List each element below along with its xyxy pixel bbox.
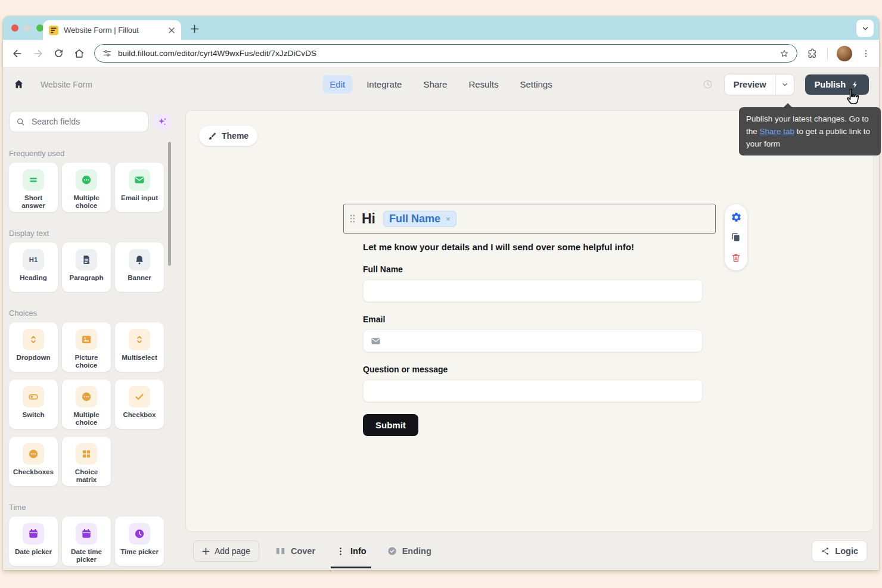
- tab-edit[interactable]: Edit: [322, 75, 352, 94]
- full-name-variable-chip[interactable]: Full Name ×: [383, 211, 456, 227]
- tab-strip-chevron-button[interactable]: [856, 20, 874, 37]
- block-settings-gear-icon[interactable]: [731, 211, 742, 223]
- tab-settings[interactable]: Settings: [513, 75, 559, 94]
- field-type-card-banner[interactable]: Banner: [115, 242, 164, 292]
- ai-sparkle-button[interactable]: [154, 113, 170, 130]
- delete-trash-icon[interactable]: [731, 253, 741, 263]
- datetime-picker-icon: [76, 523, 97, 545]
- close-window-button[interactable]: [11, 24, 18, 32]
- field-type-card-picture-choice[interactable]: Picture choice: [62, 322, 111, 372]
- field-type-card-email-input[interactable]: Email input: [115, 163, 164, 212]
- pages-bar: Add page CoverInfoEnding Logic: [185, 532, 874, 570]
- field-type-card-checkboxes[interactable]: Checkboxes: [9, 437, 58, 486]
- picture-choice-icon: [76, 329, 97, 350]
- theme-label: Theme: [222, 131, 249, 141]
- tab-share[interactable]: Share: [416, 75, 454, 94]
- dropdown-icon: [23, 329, 44, 350]
- minimize-window-button[interactable]: [24, 24, 31, 32]
- forward-icon[interactable]: [32, 48, 44, 60]
- field-type-card-multiple-choice[interactable]: Multiple choice: [62, 379, 111, 429]
- date-picker-icon: [23, 523, 44, 545]
- page-tab-info[interactable]: Info: [336, 541, 367, 561]
- extensions-icon[interactable]: [806, 48, 818, 60]
- field-type-label: Date time picker: [62, 548, 111, 564]
- field-sidebar: Frequently usedShort answerMultiple choi…: [3, 101, 172, 570]
- form-heading-block[interactable]: Hi Full Name ×: [343, 204, 716, 234]
- check-circle-icon: [387, 546, 397, 556]
- field-type-label: Checkbox: [120, 411, 159, 419]
- field-type-card-short-answer[interactable]: Short answer: [9, 163, 58, 212]
- tab-results[interactable]: Results: [461, 75, 505, 94]
- back-icon[interactable]: [11, 48, 23, 60]
- add-page-label: Add page: [215, 546, 250, 556]
- preview-button[interactable]: Preview: [724, 74, 794, 95]
- preview-label: Preview: [725, 80, 775, 89]
- page-tabs: CoverInfoEnding: [275, 541, 431, 561]
- browser-menu-icon[interactable]: [861, 49, 871, 58]
- url-bar[interactable]: build.fillout.com/editor/cyrt4W9wxFus/ed…: [94, 44, 797, 63]
- add-page-button[interactable]: Add page: [193, 540, 259, 562]
- field-type-label: Date picker: [12, 548, 55, 556]
- fillout-logo-icon: [49, 26, 58, 35]
- field-type-label: Picture choice: [62, 354, 111, 369]
- version-history-icon[interactable]: [702, 79, 713, 90]
- tab-close-icon[interactable]: [168, 27, 175, 34]
- theme-button[interactable]: Theme: [199, 126, 257, 146]
- field-type-card-checkbox[interactable]: Checkbox: [115, 379, 164, 429]
- tab-title: Website Form | Fillout: [64, 26, 163, 35]
- logic-share-icon: [821, 546, 830, 556]
- form-fields: Full NameEmailQuestion or message: [363, 265, 703, 402]
- sidebar-scrollbar[interactable]: [168, 142, 171, 266]
- duplicate-copy-icon[interactable]: [731, 232, 741, 243]
- field-type-card-time-picker[interactable]: Time picker: [115, 517, 164, 566]
- field-type-label: Time picker: [117, 548, 162, 556]
- section-cards-choices: DropdownPicture choiceMultiselectSwitchM…: [9, 322, 172, 486]
- field-type-card-paragraph[interactable]: Paragraph: [62, 242, 111, 292]
- field-type-card-multiple-choice[interactable]: Multiple choice: [62, 163, 111, 212]
- home-icon[interactable]: [73, 48, 85, 60]
- kebab-icon: [336, 546, 346, 556]
- chip-remove-icon[interactable]: ×: [446, 214, 451, 223]
- app-home-icon[interactable]: [13, 79, 24, 90]
- search-icon: [16, 117, 25, 126]
- field-type-card-multiselect[interactable]: Multiselect: [115, 322, 164, 372]
- choice-matrix-icon: [76, 443, 97, 465]
- tab-integrate[interactable]: Integrate: [359, 75, 409, 94]
- new-tab-button[interactable]: [187, 21, 202, 36]
- drag-handle-icon[interactable]: [349, 214, 356, 224]
- field-type-label: Choice matrix: [62, 468, 111, 484]
- search-input[interactable]: [30, 116, 141, 127]
- field-type-card-switch[interactable]: Switch: [9, 379, 58, 429]
- url-text[interactable]: build.fillout.com/editor/cyrt4W9wxFus/ed…: [118, 49, 773, 58]
- field-type-card-choice-matrix[interactable]: Choice matrix: [62, 437, 111, 486]
- sidebar-sections: Frequently usedShort answerMultiple choi…: [9, 149, 172, 566]
- field-input-full-name[interactable]: [363, 279, 703, 302]
- bookmark-star-icon[interactable]: [779, 48, 790, 59]
- field-type-card-date-time-picker[interactable]: Date time picker: [62, 517, 111, 566]
- submit-button[interactable]: Submit: [363, 414, 418, 436]
- field-type-card-date-picker[interactable]: Date picker: [9, 517, 58, 566]
- site-settings-icon[interactable]: [102, 48, 112, 58]
- field-type-label: Checkboxes: [10, 468, 57, 476]
- profile-avatar[interactable]: [837, 46, 852, 61]
- field-type-card-dropdown[interactable]: Dropdown: [9, 322, 58, 372]
- logic-button[interactable]: Logic: [812, 540, 867, 562]
- preview-chevron-down-icon[interactable]: [776, 74, 794, 95]
- search-fields-input[interactable]: [9, 111, 148, 132]
- form-description[interactable]: Let me know your details and I will send…: [363, 242, 716, 252]
- share-tab-link[interactable]: Share tab: [760, 127, 795, 136]
- paragraph-icon: [76, 249, 97, 270]
- page-tab-cover[interactable]: Cover: [275, 541, 315, 561]
- section-label-display-text: Display text: [9, 229, 172, 238]
- refresh-icon[interactable]: [53, 48, 64, 59]
- heading-text[interactable]: Hi: [362, 211, 375, 227]
- page-tab-ending[interactable]: Ending: [387, 541, 431, 561]
- field-input-question-or-message[interactable]: [363, 379, 703, 402]
- section-label-time: Time: [9, 503, 172, 512]
- editor-main: Theme Hi Full Name ×: [172, 101, 879, 570]
- field-input-email[interactable]: [363, 329, 703, 352]
- field-type-card-heading[interactable]: H1Heading: [9, 242, 58, 292]
- browser-tab[interactable]: Website Form | Fillout: [43, 20, 181, 40]
- short-answer-icon: [23, 169, 44, 191]
- field-type-label: Switch: [19, 411, 47, 419]
